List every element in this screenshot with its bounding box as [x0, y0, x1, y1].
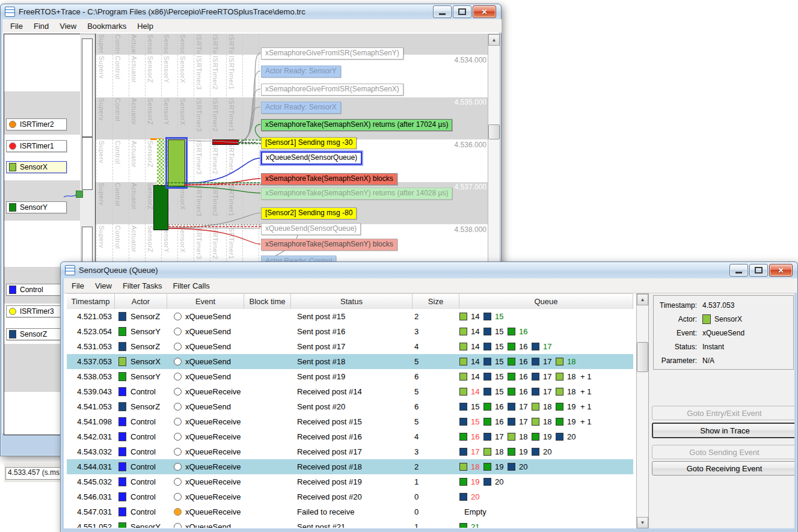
- menu-view[interactable]: View: [54, 20, 82, 32]
- queue-titlebar[interactable]: SensorQueue (Queue) ✕: [61, 262, 797, 278]
- event-label[interactable]: [Sensor2] Sending msg -80: [261, 207, 357, 219]
- queue-item: 19: [556, 402, 580, 411]
- cell-timestamp: 4.537.053: [67, 357, 115, 366]
- event-label[interactable]: xSemaphoreTake(SemaphSenX) returns (afte…: [261, 119, 452, 131]
- scroll-up-button[interactable]: ▲: [637, 294, 648, 305]
- column-header-queue[interactable]: Queue: [459, 294, 633, 309]
- event-name: xQueueReceive: [185, 432, 241, 441]
- event-label[interactable]: xSemaphoreTake(SemaphSenY) blocks: [261, 239, 397, 251]
- event-label[interactable]: xSemaphoreGiveFromISR(SemaphSenY): [261, 47, 404, 60]
- event-details-box: Timestamp:4.537.053Actor:SensorXEvent:xQ…: [653, 295, 794, 370]
- event-label[interactable]: xQueueSend(SensorQueue): [261, 223, 361, 235]
- table-header[interactable]: TimestampActorEventBlock timeStatusSizeQ…: [67, 293, 633, 310]
- queue-item-number: 17: [471, 447, 479, 456]
- menu-file[interactable]: File: [66, 280, 90, 292]
- queue-item-icon: [508, 403, 515, 411]
- queue-item-icon: [508, 388, 515, 396]
- actor-label-sensorz[interactable]: SensorZ: [6, 328, 67, 340]
- menu-filter-calls[interactable]: Filter Calls: [167, 280, 215, 292]
- close-button[interactable]: ✕: [473, 5, 496, 18]
- event-label[interactable]: xSemaphoreTake(SemaphSenX) blocks: [261, 173, 397, 185]
- maximize-button[interactable]: [749, 264, 768, 277]
- cell-status: Sent post #20: [291, 402, 413, 411]
- cell-actor: Control: [115, 387, 167, 396]
- show-in-trace-button[interactable]: Show in Trace: [652, 423, 794, 438]
- event-name: xQueueReceive: [185, 507, 241, 516]
- focus-handle[interactable]: [76, 191, 83, 198]
- cell-timestamp: 4.542.031: [67, 432, 115, 441]
- column-header-event[interactable]: Event: [167, 294, 244, 309]
- actor-label-isrtimer3[interactable]: ISRTimer3: [6, 305, 67, 317]
- cell-status: Sent post #15: [291, 312, 413, 321]
- maximize-button[interactable]: [453, 5, 471, 18]
- event-label[interactable]: Actor Ready: SensorX: [261, 102, 341, 114]
- menu-file[interactable]: File: [5, 20, 28, 32]
- queue-item-number: 16: [519, 342, 527, 351]
- event-label[interactable]: Actor Ready: SensorY: [261, 66, 341, 78]
- goto-receiving-event-button[interactable]: Goto Receiving Event: [652, 461, 794, 475]
- scroll-up-button[interactable]: ▲: [488, 34, 500, 46]
- column-header-size[interactable]: Size: [413, 294, 459, 309]
- event-label[interactable]: xQueueSend(SensorQueue): [261, 151, 362, 165]
- menu-help[interactable]: Help: [132, 20, 159, 32]
- queue-item-icon: [459, 418, 467, 426]
- column-header-block-time[interactable]: Block time: [244, 294, 291, 309]
- queue-item-number: 15: [495, 357, 503, 366]
- actor-label-isrtimer2[interactable]: ISRTimer2: [6, 118, 67, 130]
- queue-overflow-count: + 1: [580, 417, 591, 426]
- cell-timestamp: 4.547.031: [67, 507, 115, 516]
- menu-bookmarks[interactable]: Bookmarks: [82, 20, 132, 32]
- actor-label-sensory[interactable]: SensorY: [6, 201, 67, 213]
- queue-item: 14: [459, 342, 483, 351]
- cell-queue: 1415161718: [459, 354, 633, 369]
- table-row[interactable]: 4.541.053SensorZxQueueSendSent post #206…: [67, 399, 633, 414]
- column-header-timestamp[interactable]: Timestamp: [67, 294, 115, 309]
- scroll-thumb[interactable]: [488, 124, 500, 139]
- actor-name: Control: [130, 507, 156, 516]
- table-row[interactable]: 4.521.053SensorZxQueueSendSent post #152…: [67, 309, 633, 324]
- actor-label-control[interactable]: Control: [6, 284, 67, 296]
- event-label[interactable]: [Sensor1] Sending msg -30: [261, 137, 357, 149]
- table-row[interactable]: 4.523.054SensorYxQueueSendSent post #163…: [67, 324, 633, 339]
- table-row[interactable]: 4.547.031ControlxQueueReceiveFailed to r…: [67, 504, 633, 519]
- table-row[interactable]: 4.551.052SensorYxQueueSendSent post #211…: [67, 519, 633, 528]
- actor-label-isrtimer1[interactable]: ISRTimer1: [6, 140, 67, 152]
- minimize-button[interactable]: [433, 5, 452, 18]
- cell-timestamp: 4.521.053: [67, 312, 115, 321]
- table-vscrollbar[interactable]: ▲ ▼: [636, 293, 649, 528]
- table-row[interactable]: 4.539.043ControlxQueueReceiveReceived po…: [67, 384, 633, 399]
- queue-item-icon: [459, 388, 467, 396]
- cell-status: Sent post #21: [291, 522, 413, 528]
- queue-item-icon: [459, 448, 467, 456]
- event-label[interactable]: xSemaphoreTake(SemaphSenY) returns (afte…: [261, 188, 452, 200]
- scroll-up-icon: ▲: [492, 37, 497, 43]
- table-row[interactable]: 4.538.053SensorYxQueueSendSent post #196…: [67, 369, 633, 384]
- event-label[interactable]: xSemaphoreGiveFromISR(SemaphSenX): [261, 84, 404, 96]
- cell-actor: Control: [115, 477, 167, 486]
- minimize-button[interactable]: [729, 264, 748, 277]
- column-header-actor[interactable]: Actor: [115, 294, 167, 309]
- table-row[interactable]: 4.531.053SensorZxQueueSendSent post #174…: [67, 339, 633, 354]
- actor-color-icon: [118, 477, 126, 486]
- table-row[interactable]: 4.544.031ControlxQueueReceiveReceived po…: [67, 459, 633, 474]
- queue-item: 16: [508, 372, 532, 381]
- actor-label-sensorx[interactable]: SensorX: [6, 161, 67, 173]
- table-row[interactable]: 4.545.032ControlxQueueReceiveReceived po…: [67, 474, 633, 489]
- menu-filter-tasks[interactable]: Filter Tasks: [117, 280, 168, 292]
- actor-color-icon: [118, 357, 126, 366]
- menu-view[interactable]: View: [90, 280, 117, 292]
- scroll-thumb[interactable]: [637, 342, 648, 372]
- scroll-down-button[interactable]: ▼: [637, 517, 648, 528]
- table-row[interactable]: 4.542.031ControlxQueueReceiveReceived po…: [67, 429, 633, 444]
- table-row[interactable]: 4.546.031ControlxQueueReceiveReceived po…: [67, 489, 633, 504]
- main-window-title: FreeRTOS+Trace - C:\Program Files (x86)\…: [19, 7, 305, 16]
- table-row[interactable]: 4.537.053SensorXxQueueSendSent post #185…: [67, 354, 633, 369]
- close-button[interactable]: ✕: [769, 264, 793, 277]
- table-row[interactable]: 4.541.098ControlxQueueReceiveReceived po…: [67, 414, 633, 429]
- queue-item-icon: [459, 523, 467, 528]
- table-row[interactable]: 4.543.032ControlxQueueReceiveReceived po…: [67, 444, 633, 459]
- event-table[interactable]: 4.521.053SensorZxQueueSendSent post #152…: [67, 309, 633, 528]
- main-titlebar[interactable]: FreeRTOS+Trace - C:\Program Files (x86)\…: [1, 4, 501, 19]
- column-header-status[interactable]: Status: [291, 294, 413, 309]
- menu-find[interactable]: Find: [28, 20, 54, 32]
